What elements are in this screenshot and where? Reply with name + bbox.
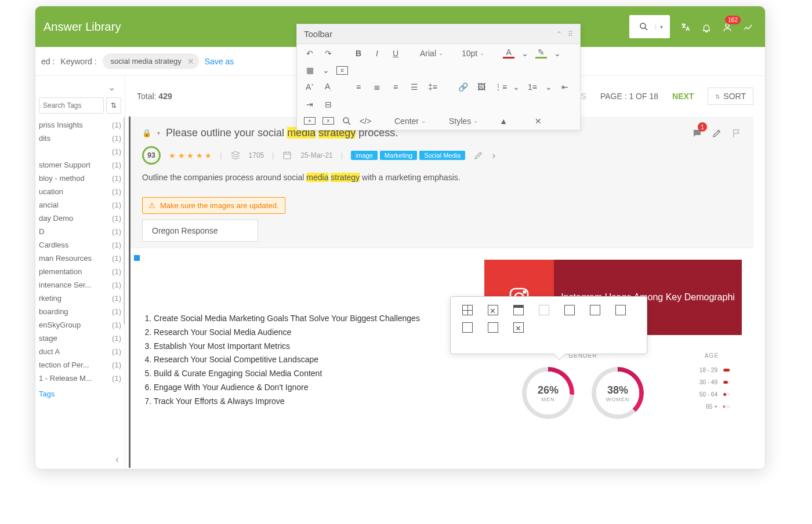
sidebar-tag-item[interactable]: intenance Ser...(1) (39, 278, 121, 292)
edit-icon[interactable] (712, 127, 722, 139)
table-add-row-icon[interactable] (462, 322, 473, 333)
table-merge-icon[interactable] (539, 305, 549, 315)
indent-icon[interactable]: ⇥ (304, 100, 316, 109)
sidebar-tag-item[interactable]: day Demo(1) (39, 212, 121, 225)
underline-icon[interactable]: U (390, 49, 401, 58)
response-tab[interactable]: Oregon Response (142, 220, 258, 242)
answer-options-caret[interactable]: ▾ (157, 130, 160, 136)
analytics-icon[interactable] (743, 20, 753, 34)
tag-pill[interactable]: Marketing (380, 151, 417, 160)
sidebar-tag-item[interactable]: Cardless(1) (39, 238, 121, 252)
ol-icon[interactable]: 1≡ (527, 82, 538, 92)
image-icon[interactable]: 🖼 (476, 82, 487, 92)
link-icon[interactable]: 🔗 (457, 82, 469, 92)
save-as-link[interactable]: Save as (205, 57, 234, 66)
sidebar-tag-item[interactable]: tection of Per...(1) (39, 358, 121, 372)
search-dropdown-caret[interactable]: ▾ (655, 24, 667, 30)
toolbar-collapse-icon[interactable]: ⌃ (556, 30, 562, 38)
size-select[interactable]: 10pt⌄ (462, 49, 484, 58)
table-icon[interactable]: ▦ (304, 66, 316, 75)
redo-icon[interactable]: ↷ (322, 49, 334, 58)
align-center-icon[interactable]: ≣ (371, 82, 383, 92)
next-button[interactable]: NEXT (672, 92, 694, 101)
sidebar-collapse-icon[interactable]: ‹ (115, 453, 119, 465)
sidebar-tag-item[interactable]: ucation(1) (39, 185, 121, 198)
svg-point-2 (726, 24, 729, 27)
table-split-h-icon[interactable] (564, 305, 575, 315)
sidebar-tag-item[interactable]: man Resources(1) (39, 252, 121, 265)
undo-icon[interactable]: ↶ (304, 49, 316, 58)
hr-icon[interactable]: ⊟ (322, 100, 334, 109)
outdent-icon[interactable]: ⇤ (559, 82, 571, 92)
notifications-icon[interactable] (701, 20, 712, 34)
table-header-icon[interactable] (513, 305, 524, 315)
expand-arrow-icon[interactable]: › (492, 150, 495, 162)
sidebar-collapse-caret[interactable]: ⌄ (39, 82, 121, 93)
table-split-v-icon[interactable] (590, 305, 600, 315)
table-props-icon[interactable] (615, 305, 626, 315)
table-delete-icon[interactable]: ✕ (488, 305, 498, 315)
fullscreen-icon[interactable]: ✕ (532, 117, 544, 126)
special-char-icon[interactable]: ¤ (336, 66, 348, 75)
filter-label: ed : (41, 57, 55, 66)
tags-link[interactable]: Tags (39, 390, 121, 398)
translate-icon[interactable] (680, 20, 691, 34)
toolbar-drag-icon[interactable]: ⠿ (568, 30, 573, 38)
subscript-icon[interactable]: A- (322, 82, 334, 93)
highlight-color-icon[interactable]: ✎ (535, 48, 547, 59)
sidebar-tag-item[interactable]: boarding(1) (39, 305, 121, 318)
line-height-icon[interactable]: ‡≡ (427, 82, 438, 92)
align-right-icon[interactable]: ≡ (390, 82, 401, 92)
user-avatar-icon[interactable]: 162 (722, 20, 733, 34)
tag-search-input[interactable] (39, 97, 104, 114)
sidebar-tag-item[interactable]: bloy - method(1) (39, 172, 121, 185)
edit-tags-icon[interactable] (473, 150, 484, 161)
italic-icon[interactable]: I (371, 49, 383, 58)
warning-banner: ⚠ Make sure the images are updated. (142, 197, 285, 214)
notification-badge: 162 (725, 16, 741, 24)
sidebar-tag-item[interactable]: priss Insights(1) (39, 118, 121, 132)
keyword-chip[interactable]: social media strategy ✕ (103, 53, 199, 69)
selection-handle[interactable] (134, 255, 140, 261)
table-insert-icon[interactable] (462, 305, 473, 315)
global-search[interactable]: ▾ (629, 15, 670, 38)
expand-icon[interactable]: + (304, 117, 316, 125)
sidebar-tag-item[interactable]: duct A(1) (39, 345, 121, 358)
sidebar-tag-item[interactable]: enSkyGroup(1) (39, 318, 121, 332)
text-color-icon[interactable]: A (503, 48, 514, 59)
code-icon[interactable]: </> (360, 117, 371, 126)
tag-pill[interactable]: Social Media (419, 151, 465, 160)
table-remove-icon[interactable]: ✕ (513, 322, 524, 333)
bold-icon[interactable]: B (353, 49, 364, 58)
sidebar-tag-item[interactable]: rketing(1) (39, 292, 121, 305)
sidebar-tag-item[interactable]: stomer Support(1) (39, 158, 121, 172)
align-left-icon[interactable]: ≡ (353, 82, 364, 92)
sort-button[interactable]: ⇅ SORT (708, 88, 753, 105)
tag-pill[interactable]: image (351, 151, 378, 160)
align-select[interactable]: Center⌄ (394, 117, 426, 126)
flag-icon[interactable] (731, 127, 742, 139)
align-justify-icon[interactable]: ☰ (408, 82, 420, 92)
font-select[interactable]: Arial⌄ (420, 49, 443, 58)
star-rating[interactable]: ★ ★ ★ ★ ★ (169, 151, 212, 160)
sidebar-tag-item[interactable]: (1) (39, 145, 121, 158)
superscript-icon[interactable]: A+ (304, 82, 316, 92)
sidebar-tag-item[interactable]: dits(1) (39, 132, 121, 145)
find-icon[interactable] (341, 116, 353, 126)
comments-icon[interactable]: 1 (692, 127, 702, 139)
sidebar-tag-item[interactable]: D(1) (39, 225, 121, 238)
table-add-col-icon[interactable] (488, 322, 498, 333)
marker-icon[interactable]: ▲ (498, 117, 509, 126)
editor-toolbar[interactable]: Toolbar ⌃ ⠿ ↶ ↷ B I U Arial⌄ 10pt⌄ A⌄ ✎⌄ (296, 24, 581, 130)
ul-icon[interactable]: ⋮≡ (494, 82, 506, 92)
remove-keyword-icon[interactable]: ✕ (187, 57, 194, 66)
sidebar-tag-item[interactable]: 1 - Release M...(1) (39, 372, 121, 385)
styles-select[interactable]: Styles⌄ (449, 117, 478, 126)
sidebar-tag-item[interactable]: plementation(1) (39, 265, 121, 278)
tag-sort-button[interactable]: ⇅ (106, 97, 121, 114)
lock-icon: 🔒 (142, 129, 151, 137)
sidebar-tag-item[interactable]: stage(1) (39, 332, 121, 345)
toolbar-title: Toolbar (304, 29, 332, 39)
collapse-icon[interactable]: × (322, 117, 334, 125)
sidebar-tag-item[interactable]: ancial(1) (39, 198, 121, 212)
